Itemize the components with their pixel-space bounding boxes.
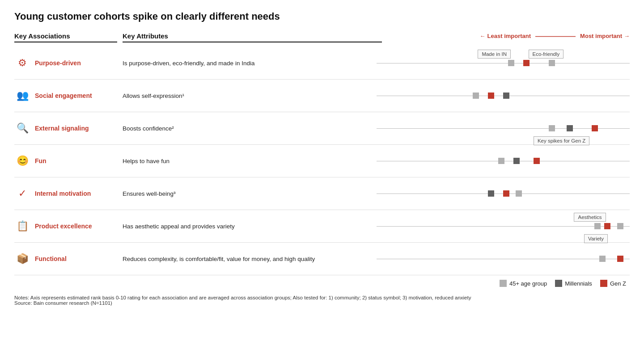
most-important-label: Most important → xyxy=(580,33,630,39)
legend-swatch-0 xyxy=(500,280,507,287)
chart-cell-functional xyxy=(377,243,630,275)
legend-swatch-2 xyxy=(600,280,607,287)
data-row-fun: 😊 Fun Helps to have fun xyxy=(14,145,630,177)
legend-swatch-1 xyxy=(555,280,562,287)
dot-social-engagement-1 xyxy=(488,93,494,99)
assoc-cell-social-engagement: 👥 Social engagement xyxy=(14,84,117,107)
dot-purpose-driven-1 xyxy=(523,60,530,66)
attr-cell-internal-motivation: Ensures well-being³ xyxy=(117,187,377,201)
dot-internal-motivation-1 xyxy=(503,190,509,197)
legend-label-0: 45+ age group xyxy=(509,280,547,287)
importance-header: ← Least important —————— Most important … xyxy=(382,32,630,43)
page-title: Young customer cohorts spike on clearly … xyxy=(14,11,630,22)
assoc-cell-external-signaling: 🔍 External signaling xyxy=(14,117,117,140)
dot-functional-1 xyxy=(617,256,623,262)
legend-item-2: Gen Z xyxy=(600,280,626,287)
callout-product-excellence-0: Aesthetics xyxy=(574,213,606,222)
callout-external-signaling-0: Key spikes for Gen Z xyxy=(534,136,589,145)
dot-purpose-driven-2 xyxy=(549,60,555,66)
purpose-driven-icon: ⚙ xyxy=(14,55,30,71)
dot-fun-0 xyxy=(498,158,504,164)
attr-cell-external-signaling: Boosts confidence² xyxy=(117,122,377,135)
assoc-cell-functional: 📦 Functional xyxy=(14,247,117,270)
chart-cell-fun xyxy=(377,145,630,177)
assoc-cell-fun: 😊 Fun xyxy=(14,149,117,173)
dot-internal-motivation-0 xyxy=(488,190,494,197)
legend-item-0: 45+ age group xyxy=(500,280,547,287)
dot-product-excellence-0 xyxy=(594,223,601,229)
attr-cell-functional: Reduces complexity, is comfortable/fit, … xyxy=(117,252,377,266)
functional-icon: 📦 xyxy=(14,251,30,267)
data-row-product-excellence: 📋 Product excellence Has aesthetic appea… xyxy=(14,210,630,243)
data-row-purpose-driven: ⚙ Purpose-driven Is purpose-driven, eco-… xyxy=(14,47,630,80)
data-row-internal-motivation: ✓ Internal motivation Ensures well-being… xyxy=(14,177,630,210)
data-row-social-engagement: 👥 Social engagement Allows self-expressi… xyxy=(14,80,630,112)
attr-cell-product-excellence: Has aesthetic appeal and provides variet… xyxy=(117,219,377,233)
internal-motivation-icon: ✓ xyxy=(14,185,30,202)
dot-purpose-driven-0 xyxy=(508,60,514,66)
chart-cell-product-excellence: AestheticsVariety xyxy=(377,210,630,242)
associations-key-header: Key Associations xyxy=(14,32,117,42)
external-signaling-label: External signaling xyxy=(35,125,89,132)
note-1: Source: Bain consumer research (N=1101) xyxy=(14,300,506,306)
assoc-cell-product-excellence: 📋 Product excellence xyxy=(14,215,117,238)
internal-motivation-label: Internal motivation xyxy=(35,190,91,197)
assoc-cell-purpose-driven: ⚙ Purpose-driven xyxy=(14,51,117,75)
data-row-functional: 📦 Functional Reduces complexity, is comf… xyxy=(14,243,630,275)
dot-product-excellence-2 xyxy=(617,223,623,229)
social-engagement-icon: 👥 xyxy=(14,88,30,104)
least-important-label: ← Least important xyxy=(480,33,531,39)
attr-cell-social-engagement: Allows self-expression¹ xyxy=(117,89,377,103)
legend-item-1: Millennials xyxy=(555,280,592,287)
legend-label-2: Gen Z xyxy=(610,280,626,287)
dot-internal-motivation-2 xyxy=(516,190,522,197)
legend-label-1: Millennials xyxy=(565,280,592,287)
callout-purpose-driven-1: Eco-friendly xyxy=(529,50,564,59)
social-engagement-label: Social engagement xyxy=(35,92,92,99)
chart-cell-social-engagement xyxy=(377,80,630,112)
attr-cell-purpose-driven: Is purpose-driven, eco-friendly, and mad… xyxy=(117,56,377,70)
legend-row: 45+ age group Millennials Gen Z xyxy=(14,280,630,287)
fun-icon: 😊 xyxy=(14,153,30,169)
dot-social-engagement-0 xyxy=(473,93,479,99)
dot-fun-2 xyxy=(534,158,540,164)
external-signaling-icon: 🔍 xyxy=(14,120,30,136)
chart-cell-purpose-driven: Made in INEco-friendly xyxy=(377,47,630,79)
dot-external-signaling-0 xyxy=(549,125,555,131)
data-rows-area: ⚙ Purpose-driven Is purpose-driven, eco-… xyxy=(14,47,630,275)
purpose-driven-label: Purpose-driven xyxy=(35,59,81,67)
dot-external-signaling-2 xyxy=(592,125,598,131)
chart-cell-internal-motivation xyxy=(377,177,630,210)
functional-label: Functional xyxy=(35,255,67,262)
assoc-cell-internal-motivation: ✓ Internal motivation xyxy=(14,182,117,205)
dot-functional-0 xyxy=(599,256,606,262)
dot-product-excellence-1 xyxy=(604,223,610,229)
dot-external-signaling-1 xyxy=(567,125,573,131)
product-excellence-icon: 📋 xyxy=(14,218,30,234)
product-excellence-label: Product excellence xyxy=(35,223,92,230)
fun-label: Fun xyxy=(35,157,47,164)
attributes-key-header: Key Attributes xyxy=(123,32,382,42)
chart-cell-external-signaling: Key spikes for Gen Z xyxy=(377,112,630,144)
dot-social-engagement-2 xyxy=(503,93,509,99)
dot-fun-1 xyxy=(513,158,520,164)
attr-cell-fun: Helps to have fun xyxy=(117,154,377,168)
data-row-external-signaling: 🔍 External signaling Boosts confidence²K… xyxy=(14,112,630,145)
note-0: Notes: Axis represents estimated rank ba… xyxy=(14,295,506,300)
callout-purpose-driven-0: Made in IN xyxy=(478,50,511,59)
callout-product-excellence-1: Variety xyxy=(584,234,608,243)
notes-area: Notes: Axis represents estimated rank ba… xyxy=(14,295,506,306)
